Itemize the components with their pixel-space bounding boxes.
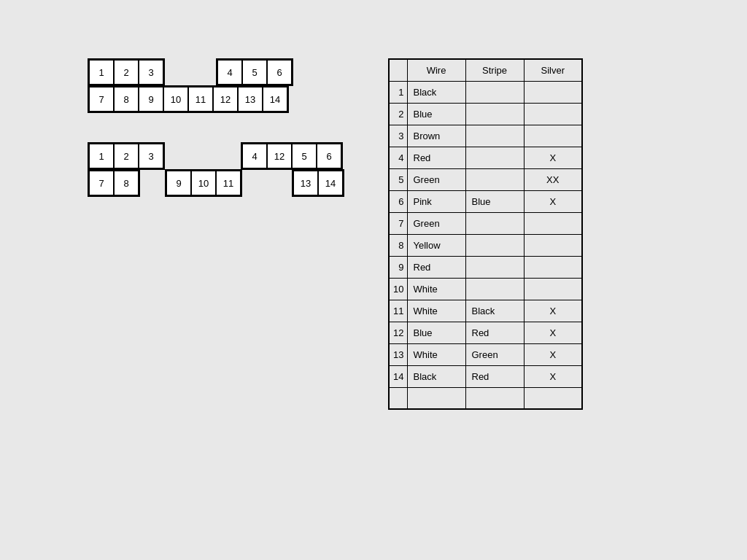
cell-silver: [524, 103, 582, 125]
cell-2-8: 8: [114, 171, 139, 195]
cell-silver: X: [524, 365, 582, 387]
cell-1-6: 6: [267, 60, 292, 85]
cell-wire: White: [407, 278, 465, 300]
cell-2-6: 6: [317, 144, 341, 168]
cell-2-10: 10: [191, 171, 216, 195]
table-row: 11WhiteBlackX: [389, 300, 582, 322]
connector-2-group-d: 9 10 11: [165, 169, 242, 197]
table-row: 14BlackRedX: [389, 365, 582, 387]
cell-2-11: 11: [216, 171, 241, 195]
connector-1-group-c: 7 8 9 10 11 12 13 14: [88, 85, 289, 113]
cell-wire: [407, 387, 465, 409]
cell-row-num: 2: [389, 103, 407, 125]
cell-wire: Black: [407, 81, 465, 103]
cell-2-14: 14: [318, 171, 343, 195]
cell-silver: X: [524, 147, 582, 168]
table-row: 9Red: [389, 256, 582, 278]
table-row: [389, 387, 582, 409]
cell-1-7: 7: [89, 87, 114, 112]
cell-wire: Blue: [407, 103, 465, 125]
cell-row-num: 1: [389, 81, 407, 103]
cell-wire: Blue: [407, 322, 465, 343]
connector-2-bottom-row: 7 8 9 10 11 13 14: [88, 169, 344, 197]
cell-row-num: [389, 387, 407, 409]
cell-1-11: 11: [188, 87, 213, 112]
cell-1-2: 2: [114, 60, 139, 85]
cell-silver: [524, 387, 582, 409]
cell-wire: Black: [407, 365, 465, 387]
cell-1-10: 10: [163, 87, 188, 112]
table-row: 8Yellow: [389, 234, 582, 256]
cell-1-12: 12: [213, 87, 238, 112]
connector-2-group-a: 1 2 3: [88, 142, 165, 170]
connector-2-group-c: 7 8: [88, 169, 140, 197]
cell-row-num: 7: [389, 212, 407, 234]
connector-2-group-e: 13 14: [292, 169, 344, 197]
cell-1-8: 8: [114, 87, 139, 112]
cell-stripe: [465, 103, 524, 125]
table-row: 7Green: [389, 212, 582, 234]
cell-2-2: 2: [114, 144, 139, 168]
table-row: 2Blue: [389, 103, 582, 125]
cell-stripe: [465, 256, 524, 278]
cell-row-num: 13: [389, 343, 407, 365]
cell-wire: Red: [407, 256, 465, 278]
cell-row-num: 5: [389, 168, 407, 190]
header-wire: Wire: [407, 59, 465, 81]
wire-table-container: Wire Stripe Silver 1Black2Blue3Brown4Red…: [388, 58, 583, 410]
cell-stripe: Black: [465, 300, 524, 322]
connector-1-top-row: 1 2 3 4 5 6: [88, 58, 344, 86]
connector-2-top-row: 1 2 3 4 12 5 6: [88, 142, 344, 170]
wire-table: Wire Stripe Silver 1Black2Blue3Brown4Red…: [388, 58, 583, 410]
connector-1-bottom-row: 7 8 9 10 11 12 13 14: [88, 85, 344, 113]
cell-wire: Pink: [407, 190, 465, 212]
table-row: 3Brown: [389, 125, 582, 147]
table-row: 13WhiteGreenX: [389, 343, 582, 365]
cell-stripe: Green: [465, 343, 524, 365]
cell-silver: [524, 212, 582, 234]
cell-silver: XX: [524, 168, 582, 190]
cell-wire: White: [407, 343, 465, 365]
header-stripe: Stripe: [465, 59, 524, 81]
cell-stripe: [465, 147, 524, 168]
cell-wire: Yellow: [407, 234, 465, 256]
connector-1-group-b: 4 5 6: [216, 58, 293, 86]
cell-2-9: 9: [166, 171, 191, 195]
cell-row-num: 6: [389, 190, 407, 212]
cell-silver: [524, 125, 582, 147]
cell-1-9: 9: [139, 87, 163, 112]
cell-stripe: [465, 125, 524, 147]
cell-1-4: 4: [217, 60, 242, 85]
cell-silver: X: [524, 322, 582, 343]
cell-silver: [524, 234, 582, 256]
cell-2-3: 3: [139, 144, 163, 168]
header-silver: Silver: [524, 59, 582, 81]
table-row: 6PinkBlueX: [389, 190, 582, 212]
cell-stripe: [465, 212, 524, 234]
cell-1-14: 14: [263, 87, 287, 112]
cell-row-num: 12: [389, 322, 407, 343]
cell-silver: [524, 256, 582, 278]
cell-2-5: 5: [292, 144, 317, 168]
cell-stripe: Blue: [465, 190, 524, 212]
cell-silver: [524, 278, 582, 300]
cell-silver: [524, 81, 582, 103]
cell-row-num: 8: [389, 234, 407, 256]
connector-1: 1 2 3 4 5 6 7 8 9 10 11: [88, 58, 344, 113]
connectors-panel: 1 2 3 4 5 6 7 8 9 10 11: [88, 58, 344, 410]
cell-wire: Brown: [407, 125, 465, 147]
cell-wire: Green: [407, 212, 465, 234]
table-row: 12BlueRedX: [389, 322, 582, 343]
cell-stripe: [465, 81, 524, 103]
table-row: 5GreenXX: [389, 168, 582, 190]
cell-row-num: 4: [389, 147, 407, 168]
connector-2-group-b: 4 12 5 6: [241, 142, 343, 170]
cell-1-1: 1: [89, 60, 114, 85]
cell-wire: Red: [407, 147, 465, 168]
cell-stripe: [465, 387, 524, 409]
cell-1-3: 3: [139, 60, 163, 85]
cell-row-num: 9: [389, 256, 407, 278]
table-row: 4RedX: [389, 147, 582, 168]
cell-stripe: [465, 278, 524, 300]
cell-silver: X: [524, 190, 582, 212]
